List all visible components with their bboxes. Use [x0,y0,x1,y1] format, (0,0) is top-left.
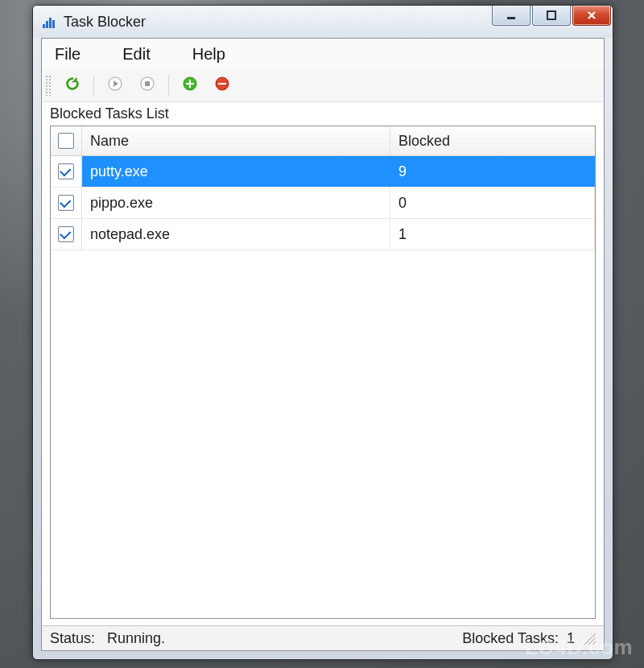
row-checkbox-cell[interactable] [51,188,82,218]
status-state: Running. [107,630,165,646]
row-name: pippo.exe [82,188,390,218]
blocked-tasks-label: Blocked Tasks: [462,630,559,646]
svg-rect-5 [547,11,555,19]
table-row[interactable]: notepad.exe1 [51,219,595,250]
refresh-button[interactable] [60,72,85,98]
row-blocked: 1 [390,219,595,249]
play-button[interactable] [102,72,128,98]
window-controls [492,6,611,26]
table-row[interactable]: pippo.exe0 [51,188,595,219]
minimize-button[interactable] [492,6,530,26]
toolbar-separator [168,75,169,96]
row-checkbox-cell[interactable] [51,219,82,249]
row-checkbox-cell[interactable] [51,156,82,187]
menu-help[interactable]: Help [186,43,232,65]
row-blocked: 0 [390,188,595,218]
remove-button[interactable] [209,72,235,98]
table-row[interactable]: putty.exe9 [51,156,595,188]
svg-rect-1 [46,21,48,28]
row-name: notepad.exe [82,219,390,249]
app-window: Task Blocker File Edit Help [32,5,613,660]
blocked-tasks-table: Name Blocked putty.exe9pippo.exe0notepad… [50,126,596,619]
add-button[interactable] [177,72,203,98]
toolbar-grip [45,75,52,96]
list-label: Blocked Tasks List [42,102,604,126]
row-name: putty.exe [82,156,390,187]
minus-icon [214,76,230,95]
row-checkbox[interactable] [58,163,74,179]
resize-grip-icon[interactable] [583,632,596,645]
toolbar [42,69,604,102]
column-header-blocked[interactable]: Blocked [390,126,595,155]
titlebar[interactable]: Task Blocker [33,6,613,38]
menu-edit[interactable]: Edit [116,43,156,65]
row-checkbox[interactable] [58,226,74,242]
refresh-icon [64,75,81,96]
stop-button[interactable] [134,72,160,98]
menubar: File Edit Help [42,39,604,69]
svg-rect-3 [52,20,55,28]
table-body: putty.exe9pippo.exe0notepad.exe1 [51,156,595,618]
menu-file[interactable]: File [48,43,87,65]
svg-rect-0 [43,24,45,28]
plus-icon [182,76,198,95]
close-button[interactable] [572,6,611,26]
window-title: Task Blocker [64,14,146,31]
blocked-tasks-count: 1 [567,630,575,646]
toolbar-separator [93,75,94,96]
stop-icon [139,76,155,95]
play-icon [107,76,123,95]
maximize-button[interactable] [532,6,571,26]
header-checkbox[interactable] [58,133,74,149]
statusbar: Status: Running. Blocked Tasks: 1 [42,625,604,650]
svg-rect-13 [186,83,194,85]
svg-rect-2 [49,18,52,28]
status-left: Status: Running. [50,630,165,647]
table-header: Name Blocked [51,126,595,156]
svg-rect-10 [145,81,150,86]
client-area: File Edit Help [41,38,605,651]
row-checkbox[interactable] [58,195,74,211]
status-right: Blocked Tasks: 1 [462,630,596,647]
header-checkbox-cell[interactable] [51,126,82,155]
row-blocked: 9 [390,156,595,187]
column-header-name[interactable]: Name [82,126,390,155]
app-icon [41,14,57,30]
status-label: Status: [50,630,95,646]
svg-rect-15 [218,83,226,85]
svg-rect-4 [507,17,515,19]
